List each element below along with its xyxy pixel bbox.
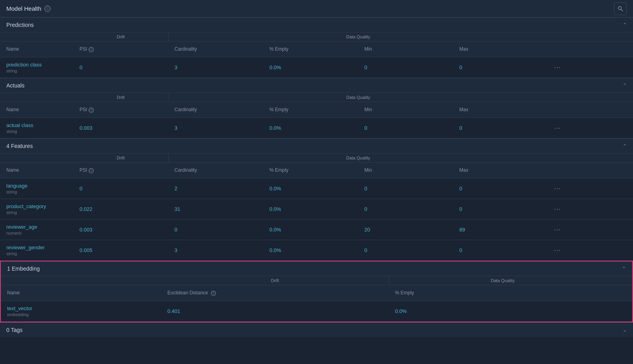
actuals-table: Drift Data Quality Name PSI ⓘ Cardinalit… [0,93,633,138]
embedding-drift-label: Drift [161,276,389,285]
embedding-quality-label: Data Quality [389,276,617,285]
actuals-col-min: Min [358,105,453,114]
embedding-section-title: 1 Embedding [7,265,40,272]
tags-section-header[interactable]: 0 Tags ⌄ [0,322,633,337]
search-button[interactable] [614,2,627,15]
page-wrapper: Model Health ⓘ Predictions ⌃ Drift Data … [0,0,633,364]
svg-line-1 [621,9,623,11]
cell-max: 0 [453,244,548,256]
cell-psi: 0.003 [73,224,168,236]
actuals-col-psi: PSI ⓘ [73,105,168,114]
cell-min: 0 [358,61,453,74]
predictions-col-min: Min [358,45,453,54]
title-info-icon[interactable]: ⓘ [44,6,51,12]
page-title: Model Health ⓘ [6,5,51,12]
actuals-col-headers: Name PSI ⓘ Cardinality % Empty Min Max [0,102,633,118]
cell-max: 89 [453,224,548,236]
cell-more[interactable]: ··· [548,203,564,216]
page-title-text: Model Health [6,5,41,12]
actuals-drift-label: Drift [73,93,168,102]
table-row: reviewer_age numeric 0.003 0 0.0% 20 89 [0,220,633,240]
table-row: language string 0 2 0.0% 0 0 ··· [0,178,633,199]
cell-more[interactable] [616,308,632,315]
cell-cardinality: 3 [168,244,263,256]
page-header: Model Health ⓘ [0,0,633,17]
actuals-section: Actuals ⌃ Drift Data Quality Name PSI ⓘ … [0,78,633,138]
embedding-col-name: Name [1,288,161,298]
features-section-header[interactable]: 4 Features ⌃ [0,138,633,154]
predictions-section: Predictions ⌃ Drift Data Quality Name PS… [0,17,633,78]
predictions-drift-label: Drift [73,32,168,41]
features-col-cardinality: Cardinality [168,166,263,175]
features-psi-info-icon[interactable]: ⓘ [89,168,94,173]
actuals-psi-info-icon[interactable]: ⓘ [89,108,94,113]
cell-cardinality: 2 [168,182,263,195]
actuals-col-empty: % Empty [263,105,358,114]
table-row: reviewer_gender string 0.005 3 0.0% 0 0 [0,240,633,261]
tags-chevron-icon: ⌄ [623,327,627,333]
predictions-col-headers: Name PSI ⓘ Cardinality % Empty Min Max [0,42,633,57]
actuals-section-title: Actuals [6,82,25,89]
cell-min: 0 [358,182,453,195]
cell-name[interactable]: language string [0,180,73,197]
predictions-subheader: Drift Data Quality [0,32,633,42]
cell-more[interactable]: ··· [548,61,564,74]
actuals-col-max: Max [453,105,548,114]
features-col-max: Max [453,166,548,175]
cell-psi: 0 [73,61,168,74]
embedding-section-header[interactable]: 1 Embedding ⌃ [1,262,632,276]
features-section: 4 Features ⌃ Drift Data Quality Name PSI… [0,138,633,261]
cell-more[interactable]: ··· [548,223,564,237]
actuals-quality-label: Data Quality [168,93,548,102]
predictions-table: Drift Data Quality Name PSI ⓘ Cardinalit… [0,32,633,78]
embedding-chevron-icon: ⌃ [622,266,626,271]
features-drift-label: Drift [73,154,168,162]
predictions-section-title: Predictions [6,22,34,28]
cell-name[interactable]: text_vector embedding [1,302,161,320]
psi-info-icon[interactable]: ⓘ [89,47,94,52]
euclidean-info-icon[interactable]: ⓘ [211,291,216,296]
predictions-quality-label: Data Quality [168,32,548,41]
features-chevron-icon: ⌃ [623,143,627,149]
actuals-rows: actual class string 0.003 3 0.0% 0 0 [0,118,633,138]
cell-more[interactable]: ··· [548,182,564,195]
cell-more[interactable]: ··· [548,121,564,135]
actuals-section-header[interactable]: Actuals ⌃ [0,78,633,93]
cell-psi: 0.003 [73,122,168,134]
cell-name[interactable]: prediction class string [0,59,73,76]
tags-section: 0 Tags ⌄ [0,322,633,337]
cell-name[interactable]: product_category string [0,200,73,218]
actuals-col-cardinality: Cardinality [168,105,263,114]
cell-max: 0 [453,203,548,215]
cell-percent-empty: 0.0% [263,244,358,256]
cell-min: 0 [358,122,453,134]
cell-percent-empty: 0.0% [263,182,358,195]
embedding-col-headers: Name Euclidean Distance ⓘ % Empty [1,285,632,301]
embedding-col-empty: % Empty [389,288,617,298]
predictions-rows: prediction class string 0 3 0.0% 0 0 [0,57,633,78]
features-table: Drift Data Quality Name PSI ⓘ Cardinalit… [0,154,633,261]
predictions-chevron-icon: ⌃ [623,22,627,28]
cell-cardinality: 3 [168,122,263,134]
predictions-section-header[interactable]: Predictions ⌃ [0,17,633,32]
cell-percent-empty: 0.0% [263,203,358,215]
features-section-title: 4 Features [6,143,33,149]
cell-name[interactable]: actual class string [0,119,73,137]
cell-percent-empty: 0.0% [263,61,358,74]
cell-name[interactable]: reviewer_gender string [0,241,73,259]
cell-percent-empty: 0.0% [263,224,358,236]
embedding-section: 1 Embedding ⌃ Drift Data Quality Name Eu… [0,261,633,322]
cell-min: 20 [358,224,453,236]
cell-more[interactable]: ··· [548,244,564,257]
features-quality-label: Data Quality [168,154,548,162]
features-col-name: Name [0,166,73,175]
search-icon [618,6,623,11]
predictions-col-max: Max [453,45,548,54]
features-subheader: Drift Data Quality [0,154,633,163]
predictions-col-empty: % Empty [263,45,358,54]
cell-cardinality: 31 [168,203,263,215]
cell-name[interactable]: reviewer_age numeric [0,221,73,239]
cell-euclidean: 0.401 [161,305,389,317]
table-row: actual class string 0.003 3 0.0% 0 0 [0,118,633,138]
cell-psi: 0.022 [73,203,168,215]
